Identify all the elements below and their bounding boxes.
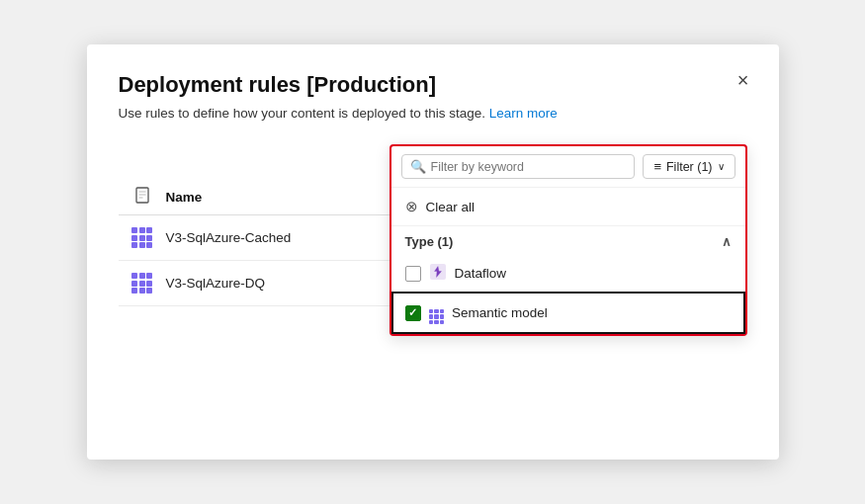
row-icon-0 xyxy=(119,227,166,248)
dropdown-filter-active-button[interactable]: ≡ Filter (1) ∨ xyxy=(643,154,735,179)
dropdown-search-box[interactable]: 🔍 xyxy=(401,154,636,179)
dialog-title: Deployment rules [Production] xyxy=(119,72,747,98)
dataflow-icon xyxy=(429,263,447,284)
dropdown-search-icon: 🔍 xyxy=(410,159,426,174)
type-section-header: Type (1) ∧ xyxy=(391,226,745,255)
learn-more-link[interactable]: Learn more xyxy=(489,106,558,121)
clear-all-row[interactable]: ⊗ Clear all xyxy=(391,188,745,226)
deployment-rules-dialog: × Deployment rules [Production] Use rule… xyxy=(87,44,779,460)
clear-all-label: Clear all xyxy=(426,200,476,214)
filter-lines-icon: ≡ xyxy=(653,159,661,174)
dropdown-header: 🔍 ≡ Filter (1) ∨ xyxy=(391,146,745,188)
semantic-model-icon xyxy=(131,273,152,294)
doc-icon xyxy=(135,192,149,207)
semantic-model-icon xyxy=(429,301,445,324)
collapse-icon[interactable]: ∧ xyxy=(722,234,732,249)
filter-active-label: Filter (1) xyxy=(666,160,713,174)
dataflow-label: Dataflow xyxy=(455,266,507,281)
filter-dropdown-panel: 🔍 ≡ Filter (1) ∨ ⊗ Clear all Type (1) ∧ xyxy=(389,144,747,336)
filter-option-semantic-model[interactable]: ✓ Semantic model xyxy=(391,292,745,334)
row-icon-1 xyxy=(119,273,166,294)
type-section-label: Type (1) xyxy=(405,234,454,249)
semantic-model-icon xyxy=(131,227,152,248)
close-button[interactable]: × xyxy=(728,64,759,96)
clear-all-icon: ⊗ xyxy=(405,198,418,215)
dialog-subtitle: Use rules to define how your content is … xyxy=(119,106,747,121)
dropdown-chevron-icon: ∨ xyxy=(718,161,725,172)
dataflow-checkbox[interactable] xyxy=(405,266,421,282)
icon-column-header xyxy=(119,187,166,207)
semantic-model-checkbox[interactable]: ✓ xyxy=(405,305,421,321)
dropdown-search-input[interactable] xyxy=(431,160,627,174)
filter-option-dataflow[interactable]: Dataflow xyxy=(391,255,745,292)
check-icon: ✓ xyxy=(408,306,417,319)
toolbar: 🔍 ≡ Filter (1) ∨ 🔍 ≡ Filter (1) ∨ xyxy=(119,144,747,173)
semantic-model-label: Semantic model xyxy=(452,305,548,320)
